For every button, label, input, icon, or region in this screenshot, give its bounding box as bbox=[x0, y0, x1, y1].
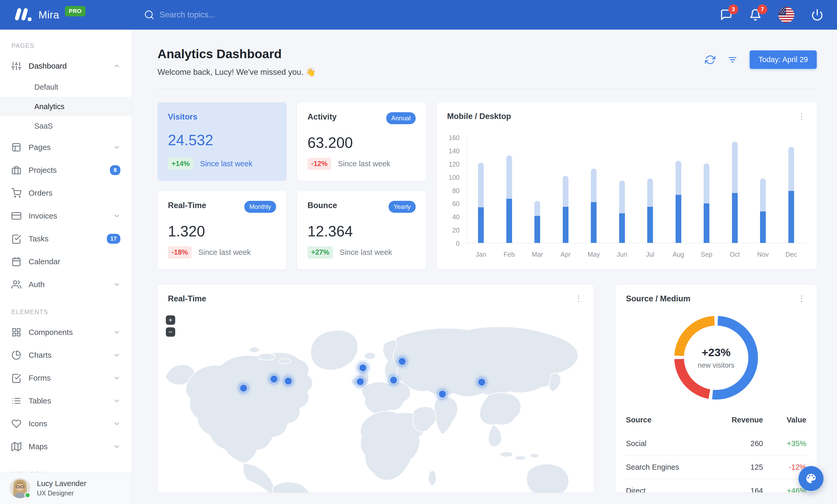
stat-caption: Since last week bbox=[340, 248, 392, 257]
chevron-down-icon bbox=[113, 212, 120, 220]
theme-settings-button[interactable] bbox=[799, 466, 823, 491]
bar-aug: Aug bbox=[676, 138, 681, 243]
stat-period-badge[interactable]: Monthly bbox=[244, 201, 276, 213]
sidebar-nav: PAGESDashboardDefaultAnalyticsSaaSPagesP… bbox=[0, 30, 132, 483]
map-marker-central-europe bbox=[390, 377, 397, 384]
map-title: Real-Time bbox=[168, 294, 207, 303]
map-zoom-in-button[interactable]: + bbox=[166, 315, 175, 325]
sidebar-section-label: PAGES bbox=[0, 30, 132, 55]
sidebar-item-dashboard[interactable]: Dashboard bbox=[0, 55, 132, 77]
sidebar-item-pages[interactable]: Pages bbox=[0, 136, 132, 159]
stat-delta-badge: -12% bbox=[307, 158, 331, 170]
chart-menu-button[interactable] bbox=[797, 112, 806, 121]
analytics-dashboard-page: Mira PRO 3 7 bbox=[0, 0, 837, 504]
stat-period-badge[interactable]: Annual bbox=[386, 112, 416, 124]
source-menu-button[interactable] bbox=[797, 294, 806, 303]
map-icon bbox=[12, 442, 21, 451]
calendar-icon bbox=[12, 257, 21, 266]
language-flag-button[interactable] bbox=[778, 7, 795, 23]
search-input[interactable] bbox=[160, 10, 321, 19]
stat-title: Real-Time bbox=[168, 201, 207, 210]
x-axis-label: Dec bbox=[785, 251, 797, 258]
x-axis-label: Aug bbox=[673, 251, 684, 258]
stat-value: 12.364 bbox=[307, 223, 416, 240]
sidebar-item-maps[interactable]: Maps bbox=[0, 435, 132, 458]
bar-chart-y-axis: 020406080100120140160 bbox=[446, 138, 466, 243]
bar-jul: Jul bbox=[647, 138, 653, 243]
brand[interactable]: Mira PRO bbox=[14, 7, 131, 22]
sidebar-item-components[interactable]: Components bbox=[0, 321, 132, 344]
stat-caption: Since last week bbox=[200, 160, 253, 168]
stat-value: 63.200 bbox=[307, 134, 416, 151]
stat-period-badge[interactable]: Yearly bbox=[389, 201, 416, 213]
logout-button[interactable] bbox=[811, 8, 823, 21]
map-marker-india bbox=[439, 391, 446, 397]
real-time-map-card: Real-Time bbox=[158, 285, 594, 492]
palette-icon bbox=[805, 472, 817, 485]
more-vertical-icon bbox=[797, 300, 806, 304]
sidebar-subitem-default[interactable]: Default bbox=[0, 77, 132, 97]
sidebar-user[interactable]: Lucy Lavender UX Designer bbox=[0, 472, 132, 504]
map-marker-us-west bbox=[240, 385, 247, 392]
user-name: Lucy Lavender bbox=[37, 479, 86, 488]
cell-revenue: 125 bbox=[709, 455, 763, 479]
sidebar-item-tasks[interactable]: Tasks17 bbox=[0, 227, 132, 250]
x-axis-label: Mar bbox=[532, 251, 543, 258]
chevron-down-icon bbox=[113, 374, 120, 381]
stats-grid: Visitors 24.532 +14% Since last week Act… bbox=[158, 102, 426, 269]
y-axis-tick: 80 bbox=[452, 187, 460, 194]
cell-value: +35% bbox=[763, 432, 806, 455]
sidebar-count-badge: 8 bbox=[110, 165, 120, 175]
column-header-value: Value bbox=[763, 416, 806, 432]
sidebar-item-calendar[interactable]: Calendar bbox=[0, 250, 132, 273]
power-icon bbox=[811, 17, 823, 22]
chevron-down-icon bbox=[113, 329, 120, 336]
sidebar-item-orders[interactable]: Orders bbox=[0, 182, 132, 204]
sidebar-item-icons[interactable]: Icons bbox=[0, 412, 132, 435]
bar-dec: Dec bbox=[788, 138, 794, 243]
navbar-search bbox=[144, 10, 321, 20]
sidebar: PAGESDashboardDefaultAnalyticsSaaSPagesP… bbox=[0, 30, 132, 504]
stat-card-activity: Activity Annual 63.200 -12% Since last w… bbox=[297, 102, 426, 181]
chevron-down-icon bbox=[113, 144, 120, 151]
cell-source: Search Engines bbox=[626, 455, 709, 479]
briefcase-icon bbox=[12, 165, 21, 175]
column-header-revenue: Revenue bbox=[709, 416, 763, 432]
filter-icon bbox=[727, 61, 738, 66]
stat-value: 1.320 bbox=[168, 223, 276, 240]
page-title: Analytics Dashboard bbox=[158, 47, 316, 61]
donut-center-label: new visitors bbox=[698, 361, 734, 369]
refresh-button[interactable] bbox=[705, 55, 715, 65]
sidebar-item-tables[interactable]: Tables bbox=[0, 389, 132, 412]
stat-card-bounce: Bounce Yearly 12.364 +27% Since last wee… bbox=[297, 191, 426, 269]
sidebar-item-projects[interactable]: Projects8 bbox=[0, 159, 132, 182]
notifications-button[interactable]: 7 bbox=[749, 8, 762, 21]
messages-count-badge: 3 bbox=[728, 4, 738, 14]
world-map-svg bbox=[158, 310, 594, 492]
stat-title: Visitors bbox=[168, 112, 197, 122]
map-menu-button[interactable] bbox=[574, 294, 583, 303]
sidebar-subitem-analytics[interactable]: Analytics bbox=[0, 97, 132, 116]
date-range-button[interactable]: Today: April 29 bbox=[750, 50, 817, 69]
sidebar-item-forms[interactable]: Forms bbox=[0, 367, 132, 389]
cell-source: Social bbox=[626, 432, 709, 455]
sidebar-item-charts[interactable]: Charts bbox=[0, 344, 132, 367]
map-zoom-out-button[interactable]: − bbox=[166, 327, 175, 337]
list-icon bbox=[12, 396, 21, 406]
filter-button[interactable] bbox=[727, 55, 738, 65]
column-header-source: Source bbox=[626, 416, 709, 432]
y-axis-tick: 40 bbox=[452, 213, 460, 221]
y-axis-tick: 140 bbox=[449, 147, 460, 154]
sidebar-item-invoices[interactable]: Invoices bbox=[0, 204, 132, 227]
sidebar-subitem-saas[interactable]: SaaS bbox=[0, 116, 132, 136]
bar-mar: Mar bbox=[534, 138, 540, 243]
sidebar-item-auth[interactable]: Auth bbox=[0, 273, 132, 296]
cell-source: Direct bbox=[626, 479, 709, 492]
shopping-cart-icon bbox=[12, 188, 21, 198]
bell-icon bbox=[749, 17, 762, 22]
cell-revenue: 164 bbox=[709, 479, 763, 492]
messages-button[interactable]: 3 bbox=[720, 8, 732, 21]
chart-title: Mobile / Desktop bbox=[447, 112, 511, 121]
mira-logo-icon bbox=[14, 7, 33, 22]
stat-card-real-time: Real-Time Monthly 1.320 -18% Since last … bbox=[158, 191, 286, 269]
